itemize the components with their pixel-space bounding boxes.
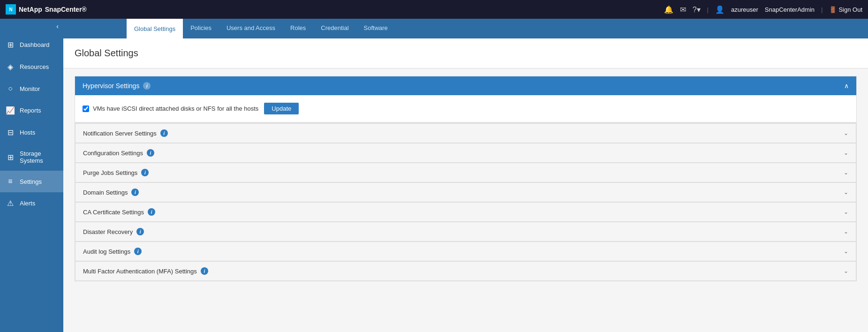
purge-jobs-info-icon: i [141,169,149,176]
mail-icon[interactable]: ✉ [680,5,686,14]
sidebar-item-storage-systems[interactable]: ⊞ Storage Systems [0,143,63,171]
update-button[interactable]: Update [264,103,299,114]
tab-policies[interactable]: Policies [183,19,219,38]
help-icon[interactable]: ?▾ [693,5,701,14]
tab-users-access-label: Users and Access [226,24,275,31]
purge-jobs-label: Purge Jobs Settings [83,169,137,176]
hosts-icon: ⊟ [6,128,15,137]
sidebar-label-reports: Reports [20,107,41,114]
hypervisor-header-left: Hypervisor Settings i [83,82,151,90]
app-name: SnapCenter® [45,6,87,13]
tab-software[interactable]: Software [356,19,395,38]
audit-log-header[interactable]: Audit log Settings i ⌄ [75,242,856,261]
vm-checkbox-label[interactable]: VMs have iSCSI direct attached disks or … [83,105,258,112]
username: azureuser [731,6,758,13]
ca-certificate-header[interactable]: CA Certificate Settings i ⌄ [75,203,856,222]
audit-log-info-icon: i [134,248,142,255]
hypervisor-settings-label: Hypervisor Settings [83,82,139,90]
configuration-header[interactable]: Configuration Settings i ⌄ [75,143,856,163]
audit-log-chevron-icon: ⌄ [844,248,848,255]
tab-navigation: Global Settings Policies Users and Acces… [63,19,868,38]
tab-credential-label: Credential [321,24,348,31]
purge-jobs-chevron-icon: ⌄ [844,169,848,176]
disaster-recovery-chevron-icon: ⌄ [844,228,848,235]
sidebar-item-settings[interactable]: ≡ Settings [0,171,63,192]
hypervisor-settings-section: Hypervisor Settings i ∧ VMs have iSCSI d… [75,76,857,123]
logo-text: NetApp [19,6,42,13]
purge-jobs-section: Purge Jobs Settings i ⌄ [75,163,856,183]
sidebar-label-monitor: Monitor [20,85,40,92]
domain-header[interactable]: Domain Settings i ⌄ [75,183,856,202]
content-area: Global Settings Hypervisor Settings i ∧ [63,38,868,332]
disaster-recovery-header[interactable]: Disaster Recovery i ⌄ [75,222,856,241]
tab-credential[interactable]: Credential [313,19,356,38]
divider2: | [821,6,823,13]
notification-chevron-icon: ⌄ [844,130,848,136]
sign-out-icon: 🚪 [829,6,837,13]
domain-label: Domain Settings [83,189,128,196]
notification-server-header[interactable]: Notification Server Settings i ⌄ [75,124,856,143]
sidebar-label-resources: Resources [20,63,49,70]
netapp-logo: N NetApp SnapCenter® [6,4,87,15]
alerts-icon: ⚠ [6,199,15,208]
top-header: N NetApp SnapCenter® 🔔 ✉ ?▾ | 👤 azureuse… [0,0,868,19]
hypervisor-collapse-icon[interactable]: ∧ [844,82,849,90]
tab-policies-label: Policies [190,24,211,31]
tab-users-access[interactable]: Users and Access [219,19,283,38]
mfa-label: Multi Factor Authentication (MFA) Settin… [83,268,197,275]
sidebar-item-monitor[interactable]: ○ Monitor [0,78,63,99]
hypervisor-body: VMs have iSCSI direct attached disks or … [75,95,856,122]
configuration-header-left: Configuration Settings i [83,149,154,157]
sidebar-item-hosts[interactable]: ⊟ Hosts [0,121,63,143]
notification-header-left: Notification Server Settings i [83,129,168,137]
bell-icon[interactable]: 🔔 [664,5,673,14]
sidebar-item-alerts[interactable]: ⚠ Alerts [0,192,63,214]
vm-checkbox[interactable] [83,106,89,112]
disaster-recovery-label: Disaster Recovery [83,228,133,235]
header-right: 🔔 ✉ ?▾ | 👤 azureuser SnapCenterAdmin | 🚪… [664,5,862,14]
sidebar-label-storage: Storage Systems [20,150,58,164]
main-layout: ‹ ⊞ Dashboard ◈ Resources ○ Monitor 📈 Re… [0,19,868,332]
configuration-info-icon: i [147,149,154,157]
netapp-icon: N [6,4,16,15]
notification-label: Notification Server Settings [83,130,157,137]
mfa-chevron-icon: ⌄ [844,268,848,274]
sidebar-item-dashboard[interactable]: ⊞ Dashboard [0,34,63,56]
configuration-label: Configuration Settings [83,150,143,157]
tab-global-settings[interactable]: Global Settings [127,19,183,38]
sidebar-item-reports[interactable]: 📈 Reports [0,99,63,121]
sidebar-item-resources[interactable]: ◈ Resources [0,56,63,78]
tab-roles-label: Roles [290,24,306,31]
sidebar-label-alerts: Alerts [20,200,35,207]
sign-out-button[interactable]: 🚪 Sign Out [829,6,862,13]
settings-icon: ≡ [6,177,15,186]
ca-certificate-section: CA Certificate Settings i ⌄ [75,203,856,222]
sidebar-label-settings: Settings [20,178,42,185]
accordion-sections: Notification Server Settings i ⌄ Configu… [75,123,857,281]
sidebar-label-hosts: Hosts [20,129,35,136]
purge-jobs-header[interactable]: Purge Jobs Settings i ⌄ [75,163,856,182]
audit-log-header-left: Audit log Settings i [83,248,142,255]
logo-area: N NetApp SnapCenter® [6,4,87,15]
sidebar-toggle[interactable]: ‹ [0,19,63,34]
audit-log-section: Audit log Settings i ⌄ [75,242,856,262]
disaster-recovery-header-left: Disaster Recovery i [83,228,144,235]
dashboard-icon: ⊞ [6,40,15,49]
configuration-chevron-icon: ⌄ [844,150,848,156]
sign-out-label: Sign Out [838,6,862,13]
divider: | [707,6,709,13]
disaster-recovery-info-icon: i [136,228,144,235]
tab-roles[interactable]: Roles [283,19,313,38]
ca-certificate-label: CA Certificate Settings [83,209,144,216]
hypervisor-settings-header[interactable]: Hypervisor Settings i ∧ [75,76,856,95]
storage-icon: ⊞ [6,153,15,162]
mfa-info-icon: i [201,267,208,275]
chevron-left-icon: ‹ [56,23,59,30]
hypervisor-info-icon: i [143,82,151,90]
user-icon: 👤 [715,5,725,14]
content-body: Hypervisor Settings i ∧ VMs have iSCSI d… [63,68,868,289]
tab-global-settings-label: Global Settings [134,25,175,32]
domain-header-left: Domain Settings i [83,189,139,196]
ca-certificate-info-icon: i [148,208,155,216]
mfa-header[interactable]: Multi Factor Authentication (MFA) Settin… [75,262,856,281]
